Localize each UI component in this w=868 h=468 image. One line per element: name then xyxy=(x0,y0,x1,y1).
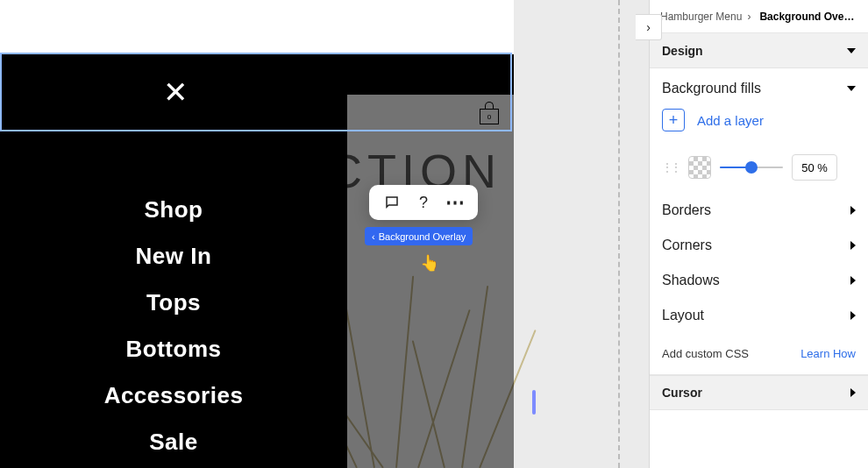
design-label: Design xyxy=(662,44,703,58)
color-swatch[interactable] xyxy=(688,156,711,179)
menu-item-accessories[interactable]: Accessories xyxy=(0,382,347,409)
chevron-down-icon xyxy=(847,48,856,53)
help-icon[interactable]: ? xyxy=(414,193,433,212)
layout-row[interactable]: Layout xyxy=(650,298,868,333)
menu-item-tops[interactable]: Tops xyxy=(0,289,347,316)
close-icon[interactable]: ✕ xyxy=(163,77,188,107)
chevron-right-icon xyxy=(850,311,856,320)
chevron-right-icon xyxy=(850,276,856,285)
menu-item-bottoms[interactable]: Bottoms xyxy=(0,336,347,363)
cursor-section-header[interactable]: Cursor xyxy=(650,375,868,410)
chevron-right-icon xyxy=(850,388,856,397)
background-fills-section: Background fills + Add a layer ⋮⋮ xyxy=(650,68,868,193)
custom-css-label: Add custom CSS xyxy=(662,347,749,360)
menu-item-new-in[interactable]: New In xyxy=(0,243,347,270)
corners-label: Corners xyxy=(662,238,712,253)
breadcrumb-parent[interactable]: Hamburger Menu xyxy=(660,11,742,23)
learn-how-link[interactable]: Learn How xyxy=(800,347,856,360)
shadows-row[interactable]: Shadows xyxy=(650,263,868,298)
caret-left-icon: ‹ xyxy=(372,231,375,242)
layout-label: Layout xyxy=(662,308,704,323)
chevron-down-icon[interactable] xyxy=(847,86,856,91)
cursor-label: Cursor xyxy=(662,386,702,400)
shadows-label: Shadows xyxy=(662,273,720,288)
scroll-indicator[interactable] xyxy=(532,390,536,415)
design-section-header[interactable]: Design xyxy=(650,33,868,68)
selection-label[interactable]: ‹ Background Overlay xyxy=(365,227,473,245)
chevron-right-icon xyxy=(850,241,856,250)
borders-row[interactable]: Borders xyxy=(650,193,868,228)
chevron-right-icon: › xyxy=(747,11,751,23)
cart-count: 0 xyxy=(487,113,491,121)
collapse-panel-button[interactable]: › xyxy=(636,14,662,40)
breadcrumb-current: Background Ove… xyxy=(759,11,854,23)
slider-thumb[interactable] xyxy=(745,161,758,174)
fill-layer-row: ⋮⋮ xyxy=(662,154,856,181)
comment-icon[interactable] xyxy=(382,193,402,212)
menu-item-sale[interactable]: Sale xyxy=(0,429,347,456)
opacity-slider[interactable] xyxy=(720,160,783,174)
add-layer-button[interactable]: + xyxy=(662,109,685,131)
corners-row[interactable]: Corners xyxy=(650,228,868,263)
canvas-area: CTION ✕ 0 Shop New In Tops Bottoms Acces… xyxy=(0,0,649,468)
cursor-pointer-icon: 👆 xyxy=(420,253,439,273)
selection-label-text: Background Overlay xyxy=(379,231,466,242)
menu-item-shop[interactable]: Shop xyxy=(0,196,347,223)
breadcrumb[interactable]: Hamburger Menu › Background Ove… xyxy=(650,0,868,33)
background-fills-label: Background fills xyxy=(662,81,761,96)
topbar[interactable] xyxy=(0,54,514,95)
background-overlay[interactable] xyxy=(347,95,514,468)
drag-handle-icon[interactable]: ⋮⋮ xyxy=(662,161,679,174)
more-icon[interactable]: ⋯ xyxy=(445,193,465,212)
chevron-right-icon xyxy=(850,206,856,215)
menu-list: Shop New In Tops Bottoms Accessories Sal… xyxy=(0,196,347,468)
artboard[interactable]: CTION ✕ 0 Shop New In Tops Bottoms Acces… xyxy=(0,0,514,468)
borders-label: Borders xyxy=(662,202,711,218)
custom-css-row: Add custom CSS Learn How xyxy=(650,333,868,375)
context-toolbar: ? ⋯ xyxy=(369,185,478,220)
cart-icon[interactable]: 0 xyxy=(478,102,501,126)
inspector-panel: › Hamburger Menu › Background Ove… Desig… xyxy=(649,0,868,468)
opacity-input[interactable] xyxy=(792,154,837,181)
ruler-guide xyxy=(618,0,620,468)
add-layer-label[interactable]: Add a layer xyxy=(697,113,764,128)
